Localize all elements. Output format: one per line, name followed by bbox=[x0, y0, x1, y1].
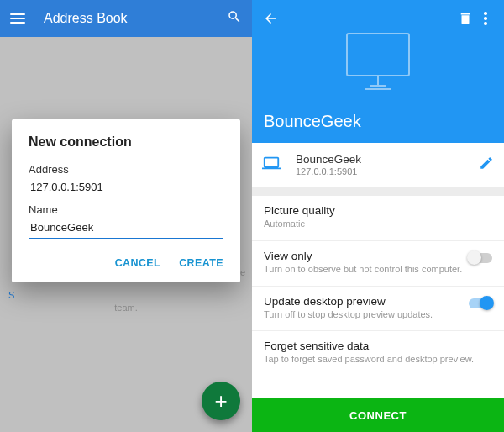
plus-icon: + bbox=[214, 390, 227, 412]
divider bbox=[252, 187, 504, 196]
dialog-title: New connection bbox=[29, 134, 223, 150]
setting-picture-quality[interactable]: Picture quality Automatic bbox=[252, 196, 504, 241]
delete-icon[interactable] bbox=[455, 8, 475, 29]
more-icon[interactable] bbox=[475, 8, 496, 29]
view-only-toggle[interactable] bbox=[469, 253, 492, 263]
fab-add-button[interactable]: + bbox=[202, 382, 240, 420]
search-icon[interactable] bbox=[227, 9, 242, 28]
cancel-button[interactable]: CANCEL bbox=[115, 257, 160, 269]
device-title: BounceGeek bbox=[264, 112, 361, 131]
setting-forget-data[interactable]: Forget sensitive data Tap to forget save… bbox=[252, 331, 504, 376]
address-label: Address bbox=[29, 163, 223, 176]
address-input[interactable] bbox=[29, 177, 223, 198]
new-connection-dialog: New connection Address Name CANCEL CREAT… bbox=[12, 119, 240, 282]
name-label: Name bbox=[29, 203, 223, 216]
monitor-icon bbox=[342, 30, 414, 97]
appbar-title: Address Book bbox=[44, 11, 227, 26]
device-info-row[interactable]: BounceGeek 127.0.0.1:5901 bbox=[252, 143, 504, 187]
connect-button[interactable]: CONNECT bbox=[252, 398, 504, 432]
bg-link: S bbox=[8, 290, 14, 300]
menu-icon[interactable] bbox=[10, 13, 25, 24]
update-preview-toggle[interactable] bbox=[469, 298, 492, 308]
info-address: 127.0.0.1:5901 bbox=[296, 166, 479, 176]
setting-view-only: View only Turn on to observe but not con… bbox=[252, 241, 504, 287]
back-icon[interactable] bbox=[260, 8, 281, 29]
svg-rect-0 bbox=[347, 34, 409, 76]
name-input[interactable] bbox=[29, 218, 223, 239]
info-name: BounceGeek bbox=[296, 153, 479, 166]
laptop-icon bbox=[262, 154, 282, 176]
create-button[interactable]: CREATE bbox=[179, 257, 223, 269]
setting-update-preview: Update desktop preview Turn off to stop … bbox=[252, 287, 504, 332]
device-header: BounceGeek bbox=[252, 0, 504, 143]
edit-icon[interactable] bbox=[479, 155, 494, 174]
